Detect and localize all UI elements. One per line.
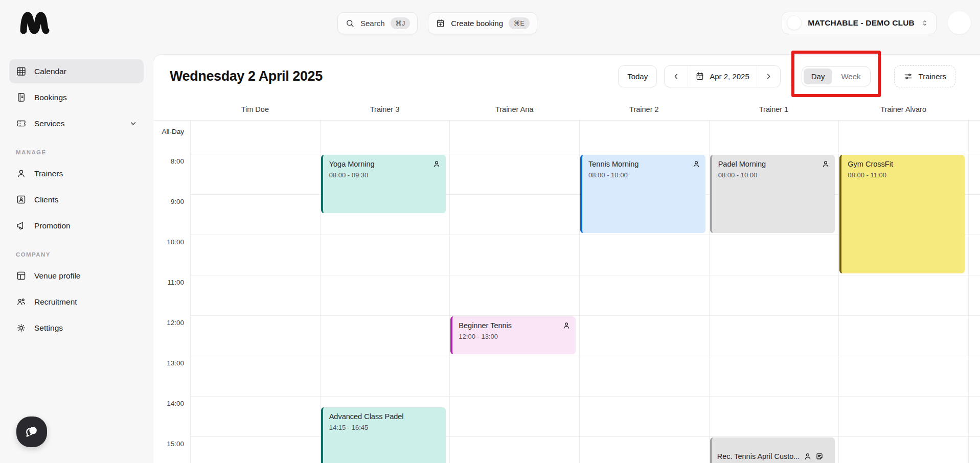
event-tennis-morning[interactable]: Tennis Morning08:00 - 10:00 bbox=[580, 155, 705, 233]
sidebar-item-promotion[interactable]: Promotion bbox=[9, 214, 144, 238]
sidebar-item-services[interactable]: Services bbox=[9, 111, 144, 135]
person-icon bbox=[804, 452, 812, 460]
column-gridline bbox=[709, 121, 710, 463]
event-time: 08:00 - 09:30 bbox=[329, 171, 429, 179]
event-title: Gym CrossFit bbox=[848, 159, 947, 169]
event-title: Advanced Class Padel bbox=[329, 412, 429, 421]
sidebar-item-label: Calendar bbox=[34, 67, 66, 76]
ticket-icon bbox=[16, 118, 27, 129]
event-gym-crossfit[interactable]: Gym CrossFit08:00 - 11:00 bbox=[839, 155, 965, 273]
gear-icon bbox=[16, 322, 27, 333]
event-time: 12:00 - 13:00 bbox=[459, 333, 558, 340]
club-name: MATCHABLE - DEMO CLUB bbox=[808, 18, 915, 28]
column-gridline bbox=[968, 121, 969, 463]
view-option-week[interactable]: Week bbox=[833, 68, 868, 84]
hour-gridline bbox=[190, 275, 980, 275]
event-advanced-class-padel[interactable]: Advanced Class Padel14:15 - 16:45 bbox=[321, 407, 446, 463]
megaphone-icon bbox=[16, 220, 27, 231]
event-padel-morning[interactable]: Padel Morning08:00 - 10:00 bbox=[710, 155, 835, 233]
sidebar-item-label: Clients bbox=[34, 195, 58, 204]
event-yoga-morning[interactable]: Yoga Morning08:00 - 09:30 bbox=[321, 155, 446, 213]
time-label: 12:00 bbox=[153, 319, 184, 327]
calendar-icon bbox=[695, 72, 704, 81]
column-header-trainer-ana: Trainer Ana bbox=[449, 98, 579, 121]
controls-divider bbox=[791, 69, 791, 83]
time-label: 15:00 bbox=[153, 440, 184, 448]
sidebar-item-bookings[interactable]: Bookings bbox=[9, 85, 144, 109]
sidebar-item-trainers[interactable]: Trainers bbox=[9, 161, 144, 186]
chat-widget-button[interactable] bbox=[16, 416, 47, 447]
club-logo-avatar bbox=[787, 15, 802, 30]
person-icon bbox=[562, 321, 571, 330]
user-avatar[interactable] bbox=[948, 11, 971, 34]
search-shortcut-badge: ⌘J bbox=[391, 17, 411, 29]
search-label: Search bbox=[360, 19, 385, 28]
event-title: Tennis Morning bbox=[588, 159, 688, 169]
person-icon bbox=[822, 160, 830, 168]
date-navigation: Apr 2, 2025 bbox=[664, 65, 781, 87]
today-button[interactable]: Today bbox=[618, 65, 657, 87]
bookings-icon bbox=[16, 92, 27, 103]
time-label: 9:00 bbox=[153, 198, 184, 205]
event-rec-tennis-april-custo[interactable]: Rec. Tennis April Custo... bbox=[710, 437, 835, 463]
event-title: Yoga Morning bbox=[329, 159, 429, 169]
event-time: 08:00 - 10:00 bbox=[718, 171, 818, 179]
time-label: 8:00 bbox=[153, 157, 184, 165]
time-label: 13:00 bbox=[153, 359, 184, 367]
sidebar-item-label: Trainers bbox=[34, 169, 63, 178]
sidebar-item-settings[interactable]: Settings bbox=[9, 316, 144, 340]
event-time: 08:00 - 10:00 bbox=[588, 171, 688, 179]
event-time: 14:15 - 16:45 bbox=[329, 424, 429, 431]
view-option-day[interactable]: Day bbox=[804, 68, 833, 84]
person-icon bbox=[432, 160, 441, 168]
person-icon bbox=[16, 168, 27, 179]
column-header-tim-doe: Tim Doe bbox=[190, 98, 320, 121]
sidebar-item-label: Settings bbox=[34, 323, 63, 333]
hour-gridline bbox=[190, 396, 980, 397]
club-selector[interactable]: MATCHABLE - DEMO CLUB bbox=[782, 12, 937, 34]
trainers-filter-label: Trainers bbox=[919, 72, 946, 81]
create-booking-button[interactable]: Create booking ⌘E bbox=[428, 12, 537, 34]
trainers-filter-button[interactable]: Trainers bbox=[894, 65, 955, 87]
column-gridline bbox=[190, 121, 191, 463]
layout-icon bbox=[16, 270, 27, 281]
sidebar-item-calendar[interactable]: Calendar bbox=[9, 59, 144, 83]
date-picker-button[interactable]: Apr 2, 2025 bbox=[688, 66, 757, 87]
column-header-trainer-1: Trainer 1 bbox=[709, 98, 839, 121]
sidebar-item-label: Recruitment bbox=[34, 297, 77, 307]
note-icon bbox=[815, 452, 824, 460]
sidebar-item-label: Bookings bbox=[34, 93, 67, 102]
page-title: Wednesday 2 April 2025 bbox=[170, 68, 618, 84]
sidebar-item-venue-profile[interactable]: Venue profile bbox=[9, 264, 144, 288]
event-beginner-tennis[interactable]: Beginner Tennis12:00 - 13:00 bbox=[450, 316, 576, 354]
matchable-logo bbox=[18, 8, 51, 39]
sidebar-item-recruitment[interactable]: Recruitment bbox=[9, 290, 144, 314]
event-inline-icons bbox=[804, 452, 824, 460]
create-booking-shortcut-badge: ⌘E bbox=[509, 17, 530, 29]
prev-day-button[interactable] bbox=[665, 66, 688, 87]
topbar: Search ⌘J Create booking ⌘E bbox=[337, 12, 537, 34]
calendar-controls: Today Apr 2, 2025 bbox=[618, 65, 955, 87]
next-day-button[interactable] bbox=[757, 66, 780, 87]
sliders-icon bbox=[903, 72, 913, 81]
column-gridline bbox=[449, 121, 450, 463]
column-gridline bbox=[320, 121, 321, 463]
search-icon bbox=[345, 18, 355, 28]
sidebar-item-clients[interactable]: Clients bbox=[9, 188, 144, 212]
chevron-down-icon bbox=[129, 119, 138, 128]
chat-bubbles-icon bbox=[24, 424, 40, 440]
chevron-right-icon bbox=[764, 72, 773, 81]
event-title: Beginner Tennis bbox=[459, 321, 558, 330]
search-button[interactable]: Search ⌘J bbox=[337, 12, 418, 34]
column-header-trainer-2: Trainer 2 bbox=[579, 98, 709, 121]
date-label: Apr 2, 2025 bbox=[710, 72, 749, 81]
calendar-header: Wednesday 2 April 2025 Today bbox=[153, 55, 980, 98]
calendar-grid: All-Day 8:009:0010:0011:0012:0013:0014:0… bbox=[153, 121, 980, 463]
chevron-up-down-icon bbox=[921, 18, 929, 28]
hour-gridline bbox=[190, 154, 980, 154]
person-icon bbox=[692, 160, 700, 168]
calendar-plus-icon bbox=[436, 18, 445, 28]
event-title: Rec. Tennis April Custo... bbox=[717, 452, 800, 461]
id-card-icon bbox=[16, 194, 27, 205]
event-title: Padel Morning bbox=[718, 159, 818, 169]
